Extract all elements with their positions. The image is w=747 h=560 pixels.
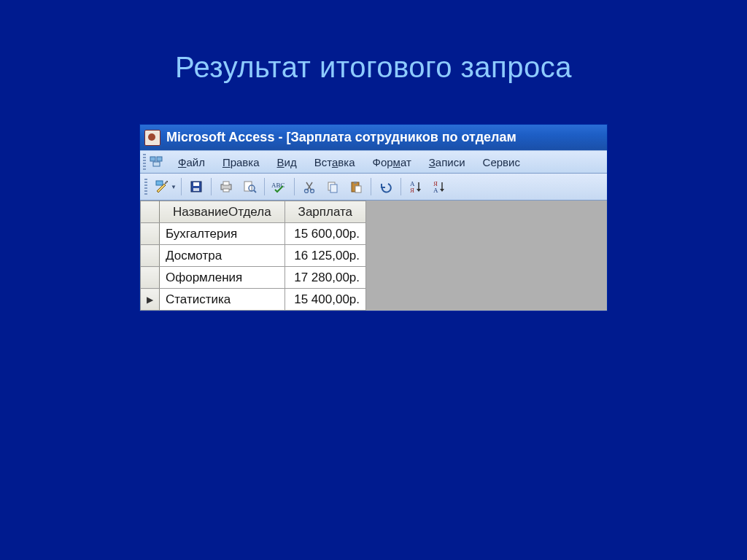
toolbar-separator <box>181 178 182 195</box>
toolbar-separator <box>400 178 401 195</box>
toolbar-grip[interactable] <box>144 179 147 195</box>
result-table[interactable]: НазваниеОтделаЗарплатаБухгалтерия15 600,… <box>140 201 366 311</box>
row-selector[interactable] <box>141 223 160 245</box>
svg-text:А: А <box>433 187 438 194</box>
menu-item-файл[interactable]: Файл <box>169 156 214 168</box>
menu-item-сервис[interactable]: Сервис <box>474 156 529 168</box>
cell-dept[interactable]: Бухгалтерия <box>160 223 285 245</box>
table-row[interactable]: Оформления17 280,00р. <box>141 267 366 289</box>
cell-dept[interactable]: Статистика <box>160 289 285 311</box>
design-view-button[interactable] <box>152 176 172 197</box>
dropdown-arrow-icon[interactable]: ▼ <box>171 184 177 190</box>
menu-item-вставка[interactable]: Вставка <box>306 156 364 168</box>
svg-rect-9 <box>223 189 229 192</box>
window-title: Microsoft Access - [Зарплата сотрудников… <box>166 130 516 145</box>
svg-rect-10 <box>244 182 252 191</box>
svg-rect-3 <box>156 181 163 185</box>
cell-salary[interactable]: 15 400,00р. <box>285 289 365 311</box>
svg-line-12 <box>254 190 256 192</box>
svg-rect-2 <box>153 162 160 166</box>
print-button[interactable] <box>216 176 236 197</box>
svg-rect-21 <box>354 182 357 184</box>
table-row[interactable]: ▶Статистика15 400,00р. <box>141 289 366 311</box>
save-button[interactable] <box>186 176 206 197</box>
cell-salary[interactable]: 16 125,00р. <box>285 245 365 267</box>
sort-asc-button[interactable]: АЯ <box>406 176 426 197</box>
menu-item-формат[interactable]: Формат <box>363 156 419 168</box>
menu-item-вид[interactable]: Вид <box>268 156 306 168</box>
svg-text:ABC: ABC <box>271 182 285 189</box>
slide-title: Результат итогового запроса <box>0 0 747 84</box>
svg-rect-5 <box>193 182 199 186</box>
svg-rect-0 <box>150 157 155 161</box>
toolbar-separator <box>294 178 295 195</box>
titlebar: Microsoft Access - [Зарплата сотрудников… <box>140 125 607 150</box>
row-selector[interactable] <box>141 267 160 289</box>
paste-button[interactable] <box>346 176 366 197</box>
cut-button[interactable] <box>299 176 320 197</box>
svg-rect-22 <box>355 186 361 192</box>
table-row[interactable]: Бухгалтерия15 600,00р. <box>141 223 366 245</box>
svg-text:Я: Я <box>410 187 414 194</box>
cell-salary[interactable]: 17 280,00р. <box>285 267 365 289</box>
row-selector[interactable] <box>141 245 160 267</box>
row-selector[interactable]: ▶ <box>141 289 160 311</box>
cell-dept[interactable]: Оформления <box>160 267 285 289</box>
toolbar: ▼ABCАЯЯА <box>140 174 607 201</box>
toolbar-separator <box>264 178 265 195</box>
svg-point-16 <box>304 190 308 193</box>
svg-rect-19 <box>330 184 337 192</box>
svg-point-17 <box>310 190 314 193</box>
cell-dept[interactable]: Досмотра <box>160 245 285 267</box>
cell-salary[interactable]: 15 600,00р. <box>285 223 365 245</box>
datagrid: НазваниеОтделаЗарплатаБухгалтерия15 600,… <box>140 201 607 311</box>
menu-item-правка[interactable]: Правка <box>214 156 268 168</box>
menu-item-записи[interactable]: Записи <box>420 156 474 168</box>
menubar-grip[interactable] <box>143 154 146 170</box>
sort-desc-button[interactable]: ЯА <box>429 176 449 197</box>
toolbar-separator <box>211 178 212 195</box>
window-icon[interactable] <box>149 155 165 169</box>
column-header[interactable]: НазваниеОтдела <box>160 201 285 223</box>
toolbar-separator <box>371 178 371 195</box>
svg-rect-1 <box>157 157 162 161</box>
copy-button[interactable] <box>322 176 343 197</box>
print-preview-button[interactable] <box>239 176 260 197</box>
undo-button[interactable] <box>376 176 396 197</box>
grid-empty-area <box>366 201 607 311</box>
select-all-corner[interactable] <box>141 201 160 223</box>
table-row[interactable]: Досмотра16 125,00р. <box>141 245 366 267</box>
column-header[interactable]: Зарплата <box>285 201 365 223</box>
menubar: ФайлПравкаВидВставкаФорматЗаписиСервис <box>140 150 607 174</box>
svg-rect-6 <box>193 188 199 191</box>
spelling-button[interactable]: ABC <box>269 176 290 197</box>
access-app-icon <box>144 130 160 146</box>
svg-rect-8 <box>223 182 229 185</box>
access-window: Microsoft Access - [Зарплата сотрудников… <box>139 124 608 311</box>
